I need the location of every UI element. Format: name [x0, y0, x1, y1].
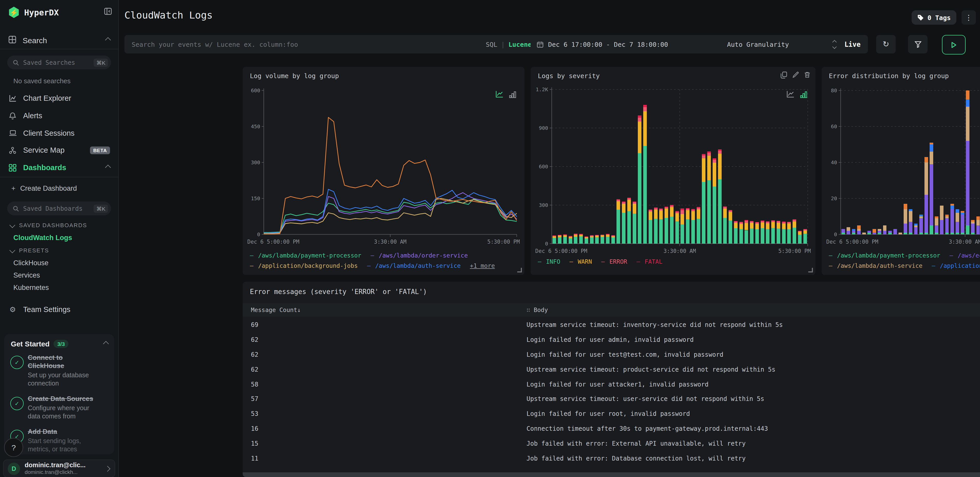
sidebar-item-alerts[interactable]: Alerts	[0, 107, 118, 124]
legend-item[interactable]: —/application/background-jobs	[250, 262, 358, 269]
search-icon	[13, 205, 19, 211]
event-search-input[interactable]	[130, 40, 486, 49]
legend-item[interactable]: —INFO	[538, 258, 560, 265]
drag-handle-icon[interactable]: ∷	[527, 306, 530, 313]
panel-resize-handle[interactable]	[808, 268, 813, 272]
bar-segment	[734, 221, 738, 222]
legend-more-link[interactable]: +1 more	[470, 262, 495, 269]
table-row[interactable]: 62Upstream service timeout: product-serv…	[243, 362, 980, 377]
get-started-item-title: Add Data	[28, 428, 95, 436]
section-saved-dashboards[interactable]: SAVED DASHBOARDS	[10, 222, 87, 228]
user-menu[interactable]: D dominic.tran@clic... dominic.tran@clic…	[3, 460, 115, 477]
get-started-item-datasources[interactable]: ✓ Create Data Sources Configure where yo…	[9, 395, 109, 420]
bar-segment	[633, 202, 636, 204]
table-row[interactable]: 53Login failed for user root, invalid pa…	[243, 407, 980, 421]
legend-item[interactable]: —FATAL	[636, 258, 662, 265]
legend-item[interactable]: —/aws/ecs/api-gateway	[950, 252, 980, 259]
get-started-item-adddata[interactable]: ✓ Add Data Start sending logs, metrics, …	[9, 428, 109, 453]
table-row[interactable]: 58Login failed for user attacker1, inval…	[243, 377, 980, 392]
sidebar-item-cloudwatch-logs[interactable]: CloudWatch Logs	[13, 234, 114, 242]
table-row[interactable]: 62Login failed for user admin, invalid p…	[243, 332, 980, 347]
sidebar-item-client-sessions[interactable]: Client Sessions	[0, 125, 118, 142]
sql-toggle[interactable]: SQL	[486, 40, 497, 48]
legend-item[interactable]: —/aws/lambda/auth-service	[829, 262, 923, 269]
legend-item[interactable]: —/aws/lambda/order-service	[371, 252, 468, 259]
legend-swatch: —	[829, 262, 832, 269]
create-dashboard-button[interactable]: + Create Dashboard	[0, 180, 118, 196]
chevron-up-icon	[832, 40, 837, 44]
sidebar-collapse-icon[interactable]	[104, 7, 112, 17]
bar-segment	[739, 222, 743, 223]
get-started-header[interactable]: Get Started 3/3	[4, 334, 114, 348]
bar-segment	[563, 237, 567, 244]
bar-segment	[590, 235, 593, 236]
legend-item[interactable]: —/aws/lambda/auth-service	[367, 262, 461, 269]
horizontal-scrollbar[interactable]	[243, 472, 980, 477]
sidebar-item-search[interactable]: Search	[0, 32, 118, 48]
get-started-item-connect[interactable]: ✓ Connect to ClickHouse Set up your data…	[9, 354, 109, 388]
legend-item[interactable]: —/application/background-jobs	[932, 262, 980, 269]
date-range-picker[interactable]: 1 Dec 6 17:00:00 - Dec 7 18:00:00	[531, 35, 726, 54]
run-query-button[interactable]	[942, 35, 966, 54]
filter-button[interactable]	[908, 35, 928, 54]
sidebar-item-service-map[interactable]: Service Map BETA	[0, 142, 118, 158]
table-row[interactable]: 16Connection timeout after 30s to paymen…	[243, 421, 980, 436]
bar-segment	[723, 207, 727, 207]
section-presets[interactable]: PRESETS	[10, 247, 49, 253]
bar-segment	[665, 207, 668, 208]
bar-segment	[787, 224, 791, 229]
legend-item[interactable]: +1 more	[470, 262, 495, 269]
bar-segment	[654, 208, 658, 210]
granularity-select[interactable]: Auto Granularity	[721, 35, 842, 54]
duplicate-icon[interactable]	[781, 72, 787, 79]
tag-icon	[917, 14, 924, 21]
tags-button[interactable]: 0 Tags	[912, 10, 956, 25]
sidebar-item-chart-explorer[interactable]: Chart Explorer	[0, 90, 118, 107]
bar-segment	[857, 229, 861, 231]
table-row[interactable]: 15Job failed with error: External API un…	[243, 436, 980, 451]
sidebar-item-dashboards[interactable]: Dashboards	[0, 159, 118, 176]
refresh-button[interactable]: ↻	[876, 35, 896, 54]
bar-segment	[893, 229, 897, 234]
legend-item[interactable]: —/aws/lambda/payment-processor	[250, 252, 361, 259]
legend-label: ERROR	[609, 258, 627, 265]
bar-segment	[574, 235, 578, 237]
table-row[interactable]: 11Job failed with error: Database connec…	[243, 451, 980, 466]
saved-searches-input[interactable]: Saved Searches ⌘K	[7, 56, 111, 69]
dashboards-grid-icon	[8, 164, 17, 172]
bar-segment	[686, 208, 689, 209]
legend-item[interactable]: —ERROR	[601, 258, 627, 265]
legend-item[interactable]: —/aws/lambda/payment-processor	[829, 252, 940, 259]
bar-segment	[950, 204, 954, 206]
bar-segment	[691, 210, 695, 211]
edit-pencil-icon[interactable]	[792, 72, 799, 78]
panel-resize-handle[interactable]	[517, 268, 522, 272]
bar-segment	[852, 231, 856, 232]
lucene-toggle[interactable]: Lucene	[509, 40, 531, 48]
kebab-menu-button[interactable]: ⋮	[961, 10, 976, 25]
tags-label: 0 Tags	[928, 14, 951, 21]
table-row[interactable]: 69Upstream service timeout: inventory-se…	[243, 318, 980, 332]
column-header-message-count[interactable]: Message Count↓	[243, 306, 527, 313]
sidebar-item-kubernetes[interactable]: Kubernetes	[13, 284, 114, 291]
column-header-body[interactable]: ∷ Body	[527, 306, 980, 313]
sidebar-item-services[interactable]: Services	[13, 271, 114, 279]
help-button[interactable]: ?	[4, 438, 23, 457]
legend-label: WARN	[578, 258, 592, 265]
live-button[interactable]: Live	[837, 35, 868, 54]
svg-text:40: 40	[831, 159, 837, 165]
bar-segment	[945, 215, 949, 216]
table-row[interactable]: 57Upstream service timeout: user-service…	[243, 392, 980, 407]
sidebar-item-clickhouse[interactable]: ClickHouse	[13, 259, 114, 267]
bar-segment	[761, 228, 764, 244]
trash-icon[interactable]	[804, 72, 810, 78]
bar-segment	[606, 237, 609, 244]
table-row[interactable]: 62Login failed for user test@test.com, i…	[243, 347, 980, 362]
message-count-cell: 53	[243, 410, 527, 417]
svg-text:150: 150	[251, 195, 260, 202]
saved-dashboards-input[interactable]: Saved Dashboards ⌘K	[7, 202, 111, 215]
legend-item[interactable]: —WARN	[570, 258, 592, 265]
sidebar-item-team-settings[interactable]: ⚙ Team Settings	[0, 301, 118, 318]
bar-segment	[914, 226, 918, 227]
bar-segment	[766, 221, 770, 222]
